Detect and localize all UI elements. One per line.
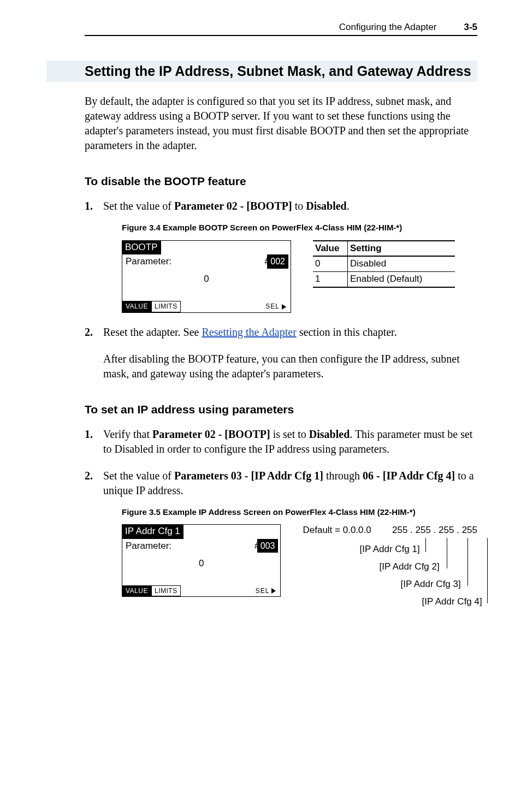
text: to	[292, 200, 306, 212]
him-param-number: 002	[267, 254, 288, 269]
him-footer-left: VALUE LIMITS	[122, 585, 181, 596]
section-intro: By default, the adapter is configured so…	[85, 94, 477, 153]
him-sel: SEL	[254, 585, 281, 596]
section-heading: Setting the IP Address, Subnet Mask, and…	[85, 61, 477, 82]
him-footer: VALUE LIMITS SEL	[122, 301, 291, 312]
param-name: 06 - [IP Addr Cfg 4]	[363, 470, 455, 482]
bootp-step-1: Set the value of Parameter 02 - [BOOTP] …	[85, 199, 477, 312]
ip-range-label: 255 . 255 . 255 . 255	[392, 524, 477, 537]
reset-adapter-link[interactable]: Resetting the Adapter	[202, 326, 297, 338]
cell-value: 1	[313, 272, 348, 287]
th-value: Value	[313, 241, 348, 257]
cell-setting: Enabled (Default)	[348, 272, 455, 287]
him-screen-bootp: BOOTP Parameter: # 002 0 VALUE LIMITS	[122, 240, 291, 313]
right-triangle-icon	[282, 304, 286, 310]
him-center-value: 0	[122, 558, 280, 570]
him-footer-left: VALUE LIMITS	[122, 301, 181, 312]
value-literal: Disabled	[306, 200, 346, 212]
ip-default-label: Default = 0.0.0.0	[303, 524, 371, 537]
ip-bar-1	[425, 538, 426, 552]
ip-bar-4	[487, 538, 488, 603]
bootp-heading: To disable the BOOTP feature	[85, 175, 477, 188]
him-title: IP Addr Cfg 1	[122, 524, 183, 539]
him-sel-label: SEL	[256, 586, 270, 595]
him-body: Parameter: # 002 0	[122, 254, 291, 301]
ip-cfg4-label: [IP Addr Cfg 4]	[422, 596, 482, 608]
him-tag-limits: LIMITS	[151, 585, 181, 596]
him-center-value: 0	[122, 273, 291, 286]
param-name: Parameter 02 - [BOOTP]	[152, 428, 270, 440]
him-title: BOOTP	[122, 240, 161, 255]
section-heading-text: Setting the IP Address, Subnet Mask, and…	[85, 63, 471, 79]
him-param-number: 003	[257, 539, 279, 553]
table-row: 1 Enabled (Default)	[313, 272, 455, 287]
ip-bar-2	[447, 538, 447, 568]
param-name: Parameter 02 - [BOOTP]	[174, 200, 292, 212]
ip-bars: [IP Addr Cfg 1] [IP Addr Cfg 2] [IP Addr…	[303, 538, 477, 609]
him-sel: SEL	[264, 301, 291, 312]
figure-3-5-caption: Figure 3.5 Example IP Address Screen on …	[122, 507, 477, 518]
ipset-step-2: Set the value of Parameters 03 - [IP Add…	[85, 469, 477, 609]
ip-bar-3	[467, 538, 468, 586]
him-sel-label: SEL	[265, 302, 280, 311]
cell-setting: Disabled	[348, 256, 455, 271]
him-param-label: Parameter:	[126, 256, 171, 268]
him-tag-value: VALUE	[122, 585, 151, 596]
him-param-label: Parameter:	[126, 540, 171, 553]
text: section in this chapter.	[297, 326, 397, 338]
ipset-heading: To set an IP address using parameters	[85, 403, 477, 416]
header-title: Configuring the Adapter	[339, 22, 437, 33]
text: Set the value of	[103, 470, 174, 482]
text: .	[347, 200, 350, 212]
right-triangle-icon	[271, 588, 276, 594]
him-body: Parameter: # 003 0	[122, 539, 280, 585]
value-literal: Disabled	[309, 428, 350, 440]
cell-value: 0	[313, 256, 348, 271]
text: is set to	[270, 428, 309, 440]
text: through	[323, 470, 363, 482]
bootp-steps: Set the value of Parameter 02 - [BOOTP] …	[85, 199, 477, 339]
text: Verify that	[103, 428, 152, 440]
ip-cfg3-label: [IP Addr Cfg 3]	[400, 578, 460, 591]
param-name: Parameters 03 - [IP Addr Cfg 1]	[174, 470, 323, 482]
text: Reset the adapter. See	[103, 326, 202, 338]
ipset-step-1: Verify that Parameter 02 - [BOOTP] is se…	[85, 427, 477, 457]
figure-3-4-caption: Figure 3.4 Example BOOTP Screen on Power…	[122, 222, 477, 233]
th-setting: Setting	[348, 241, 455, 257]
ip-diagram-top: Default = 0.0.0.0 255 . 255 . 255 . 255	[303, 524, 477, 537]
ip-cfg2-label: [IP Addr Cfg 2]	[379, 561, 439, 573]
header-page-number: 3-5	[464, 22, 477, 33]
bootp-after-text: After disabling the BOOTP feature, you c…	[85, 352, 477, 381]
table-header-row: Value Setting	[313, 241, 455, 257]
him-tag-limits: LIMITS	[151, 301, 181, 312]
ip-cfg1-label: [IP Addr Cfg 1]	[359, 543, 419, 556]
figure-3-4-row: BOOTP Parameter: # 002 0 VALUE LIMITS	[122, 240, 477, 313]
him-footer: VALUE LIMITS SEL	[122, 585, 280, 596]
figure-3-5-row: IP Addr Cfg 1 Parameter: # 003 0 VALUE L…	[122, 524, 477, 609]
bootp-value-table: Value Setting 0 Disabled 1 Enabled (Defa…	[313, 240, 455, 288]
ip-octet-diagram: Default = 0.0.0.0 255 . 255 . 255 . 255 …	[303, 524, 477, 609]
text: Set the value of	[103, 200, 174, 212]
table-row: 0 Disabled	[313, 256, 455, 271]
bootp-step-2: Reset the adapter. See Resetting the Ada…	[85, 325, 477, 340]
him-screen-ipaddr: IP Addr Cfg 1 Parameter: # 003 0 VALUE L…	[122, 524, 281, 597]
page-header: Configuring the Adapter 3-5	[85, 22, 477, 36]
ipset-steps: Verify that Parameter 02 - [BOOTP] is se…	[85, 427, 477, 609]
him-tag-value: VALUE	[122, 301, 151, 312]
